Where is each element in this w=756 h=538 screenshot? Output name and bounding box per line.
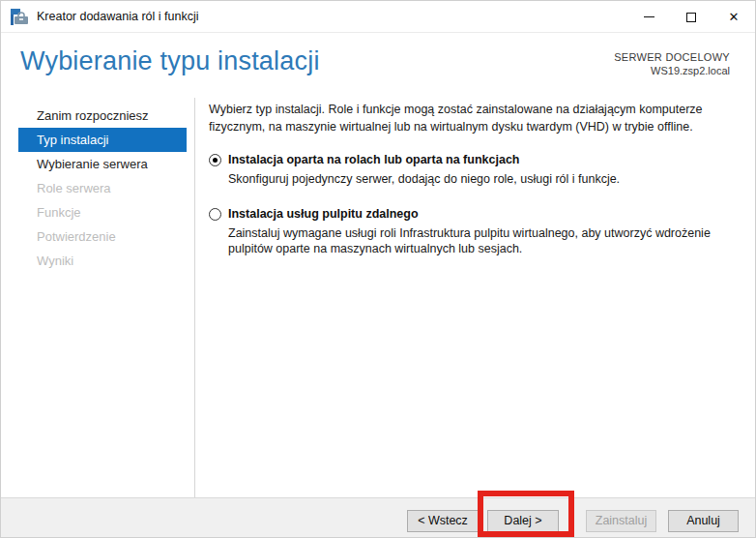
maximize-icon <box>686 13 696 22</box>
next-button[interactable]: Dalej > <box>487 510 559 532</box>
intro-text: Wybierz typ instalacji. Role i funkcje m… <box>209 101 744 135</box>
target-server-label: SERWER DOCELOWY <box>614 50 730 64</box>
target-server-name: WS19.zsp2.local <box>614 64 730 77</box>
sidebar-item-role-serwera: Role serwera <box>18 176 187 200</box>
radio-role-based[interactable] <box>209 154 221 166</box>
page-title: Wybieranie typu instalacji <box>20 46 320 76</box>
roles-wizard-toolbox-icon <box>11 9 30 25</box>
sidebar-item-wyniki: Wyniki <box>18 249 187 273</box>
option-role-based: Instalacja oparta na rolach lub oparta n… <box>209 152 744 187</box>
option-remote-desktop-description: Zainstaluj wymagane usługi roli Infrastr… <box>228 225 750 256</box>
option-role-based-description: Skonfiguruj pojedynczy serwer, dodając d… <box>228 171 750 187</box>
install-button: Zainstaluj <box>586 510 656 532</box>
window-controls: ✕ <box>627 1 755 33</box>
minimize-button[interactable] <box>627 1 670 33</box>
sidebar-item-zanim-rozpoczniesz[interactable]: Zanim rozpoczniesz <box>18 104 187 128</box>
target-server-info: SERWER DOCELOWY WS19.zsp2.local <box>614 50 730 77</box>
footer-bar: < Wstecz Dalej > Zainstaluj Anuluj <box>1 497 755 538</box>
option-remote-desktop-label[interactable]: Instalacja usług pulpitu zdalnego <box>228 206 744 223</box>
close-button[interactable]: ✕ <box>712 1 755 33</box>
cancel-button[interactable]: Anuluj <box>668 510 739 532</box>
window-title: Kreator dodawania ról i funkcji <box>37 10 198 23</box>
sidebar-item-typ-instalacji[interactable]: Typ instalacji <box>18 128 187 152</box>
sidebar-divider <box>194 98 195 497</box>
radio-remote-desktop[interactable] <box>209 208 221 221</box>
wizard-steps-sidebar: Zanim rozpoczniesz Typ instalacji Wybier… <box>18 104 187 273</box>
option-role-based-label[interactable]: Instalacja oparta na rolach lub oparta n… <box>228 152 744 168</box>
close-icon: ✕ <box>729 11 740 23</box>
maximize-button[interactable] <box>670 1 712 33</box>
main-content: Wybierz typ instalacji. Role i funkcje m… <box>209 101 744 276</box>
minimize-icon <box>644 16 654 17</box>
sidebar-item-funkcje: Funkcje <box>18 200 187 224</box>
back-button[interactable]: < Wstecz <box>407 510 479 532</box>
sidebar-item-wybieranie-serwera[interactable]: Wybieranie serwera <box>18 152 187 176</box>
wizard-window: Kreator dodawania ról i funkcji ✕ Wybier… <box>0 0 756 538</box>
option-remote-desktop: Instalacja usług pulpitu zdalnego Zainst… <box>209 206 744 256</box>
sidebar-item-potwierdzenie: Potwierdzenie <box>18 224 187 249</box>
title-bar: Kreator dodawania ról i funkcji ✕ <box>1 1 755 33</box>
